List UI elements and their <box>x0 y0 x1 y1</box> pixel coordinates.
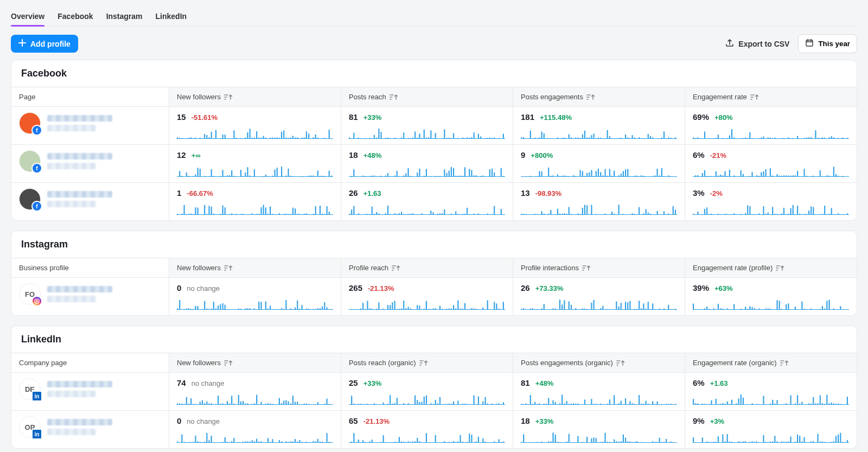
column-header[interactable]: Posts engagements <box>513 87 685 106</box>
svg-rect-863 <box>193 309 194 310</box>
svg-rect-250 <box>772 138 773 139</box>
svg-rect-173 <box>586 138 588 139</box>
svg-rect-1350 <box>675 404 676 405</box>
svg-rect-985 <box>480 309 481 310</box>
svg-rect-1420 <box>845 405 846 405</box>
svg-rect-800 <box>731 214 732 215</box>
sort-icon[interactable] <box>224 94 233 100</box>
tab-instagram[interactable]: Instagram <box>106 9 143 26</box>
page-cell[interactable]: f <box>11 183 169 220</box>
sort-icon[interactable] <box>419 360 428 366</box>
column-header[interactable]: Engagement rate (profile) <box>685 258 857 277</box>
svg-rect-1469 <box>279 440 280 443</box>
svg-rect-1634 <box>675 442 676 443</box>
page-cell[interactable]: OPin <box>11 411 169 448</box>
svg-rect-465 <box>604 169 605 177</box>
sort-icon[interactable] <box>616 360 625 366</box>
svg-rect-887 <box>247 308 248 310</box>
svg-rect-308 <box>227 175 228 177</box>
svg-rect-196 <box>639 137 640 139</box>
svg-rect-138 <box>496 139 497 139</box>
svg-rect-212 <box>675 137 676 139</box>
svg-rect-668 <box>410 214 411 215</box>
metric-cell: 181+115.48% <box>513 107 685 144</box>
svg-rect-1367 <box>724 404 725 405</box>
sort-icon[interactable] <box>390 94 398 100</box>
sort-icon[interactable] <box>780 360 789 366</box>
svg-rect-55 <box>297 137 298 139</box>
svg-rect-1628 <box>661 442 662 443</box>
column-header[interactable]: New followers <box>169 258 341 277</box>
sort-icon[interactable] <box>582 265 591 271</box>
column-header[interactable]: Engagement rate <box>685 87 857 106</box>
svg-rect-965 <box>435 308 436 310</box>
sort-icon[interactable] <box>586 94 595 100</box>
metric-delta: -21.13% <box>368 284 394 292</box>
column-header-page[interactable]: Page <box>11 87 169 106</box>
svg-rect-368 <box>374 175 375 177</box>
svg-rect-1249 <box>435 400 436 405</box>
sort-icon[interactable] <box>776 265 784 271</box>
svg-rect-1166 <box>235 404 237 405</box>
column-header[interactable]: Profile reach <box>341 258 513 277</box>
svg-rect-1190 <box>290 404 291 405</box>
column-header[interactable]: Engagement rate (organic) <box>685 353 857 372</box>
svg-rect-247 <box>765 138 767 139</box>
svg-rect-270 <box>818 138 819 139</box>
svg-rect-1436 <box>204 442 205 443</box>
svg-rect-1240 <box>414 396 416 405</box>
svg-rect-481 <box>641 175 642 177</box>
svg-rect-950 <box>401 308 402 310</box>
column-header[interactable]: Posts reach <box>341 87 513 106</box>
sort-icon[interactable] <box>224 360 233 366</box>
svg-rect-482 <box>643 176 644 177</box>
tab-linkedin[interactable]: LinkedIn <box>156 9 187 26</box>
page-cell[interactable]: FO <box>11 278 169 315</box>
svg-rect-1677 <box>783 442 784 443</box>
page-cell[interactable]: f <box>11 107 169 144</box>
export-csv-button[interactable]: Export to CSV <box>725 39 789 49</box>
svg-rect-861 <box>188 308 189 310</box>
svg-rect-494 <box>671 176 672 177</box>
page-cell[interactable]: DEin <box>11 373 169 410</box>
svg-rect-1686 <box>803 437 805 443</box>
column-header-page[interactable]: Company page <box>11 353 169 372</box>
svg-rect-1259 <box>457 401 458 405</box>
svg-rect-442 <box>552 175 553 177</box>
svg-rect-1160 <box>222 403 224 405</box>
column-header[interactable]: Profile interactions <box>513 258 685 277</box>
svg-rect-1431 <box>193 442 194 443</box>
svg-rect-311 <box>233 176 234 177</box>
svg-rect-273 <box>824 138 825 139</box>
column-header[interactable]: Posts reach (organic) <box>341 353 513 372</box>
column-header[interactable]: New followers <box>169 353 341 372</box>
svg-rect-1228 <box>387 404 388 405</box>
tab-overview[interactable]: Overview <box>11 9 44 26</box>
page-cell[interactable]: f <box>11 145 169 182</box>
svg-rect-63 <box>315 135 316 139</box>
metric-value: 181 <box>521 112 534 122</box>
add-profile-button[interactable]: Add profile <box>11 35 78 53</box>
date-range-button[interactable]: This year <box>798 34 857 53</box>
metric-cell: 18+48% <box>341 145 513 182</box>
svg-rect-732 <box>566 214 567 215</box>
sort-icon[interactable] <box>224 265 233 271</box>
svg-rect-1152 <box>204 403 205 405</box>
svg-rect-689 <box>457 214 458 215</box>
svg-rect-441 <box>550 176 551 177</box>
svg-rect-1069 <box>693 304 694 310</box>
profile-name-redacted <box>47 381 112 387</box>
sort-icon[interactable] <box>750 94 759 100</box>
sort-icon[interactable] <box>392 265 400 271</box>
svg-rect-1685 <box>801 442 802 443</box>
svg-rect-1556 <box>487 442 488 443</box>
svg-rect-277 <box>833 137 834 139</box>
tab-facebook[interactable]: Facebook <box>58 9 93 26</box>
column-header-page[interactable]: Business profile <box>11 258 169 277</box>
column-header[interactable]: New followers <box>169 87 341 106</box>
column-header[interactable]: Posts engagements (organic) <box>513 353 685 372</box>
svg-rect-365 <box>367 176 368 177</box>
svg-rect-1015 <box>559 300 560 310</box>
svg-rect-42 <box>267 139 269 139</box>
svg-rect-503 <box>702 173 703 177</box>
